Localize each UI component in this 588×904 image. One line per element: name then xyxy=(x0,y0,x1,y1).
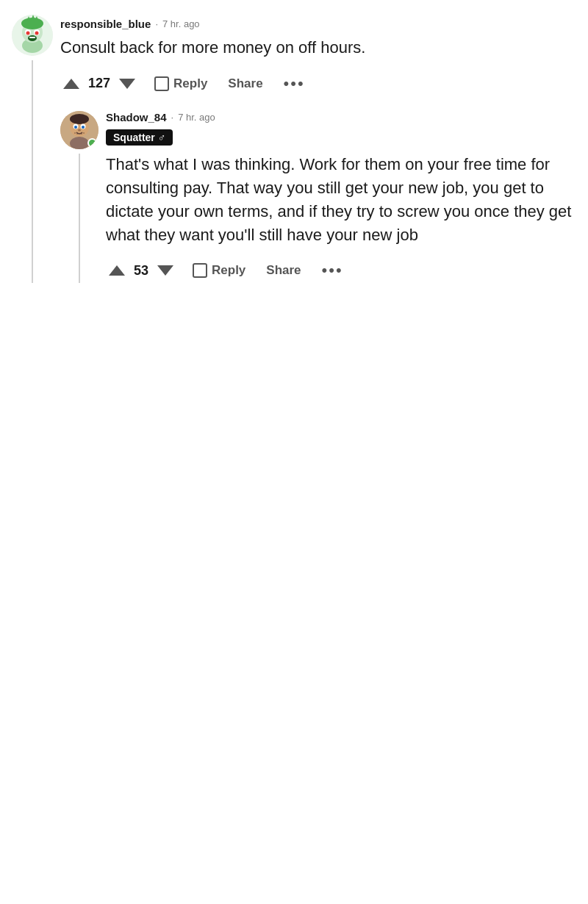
svg-point-23 xyxy=(76,133,78,134)
comment-2-votes: 53 xyxy=(106,262,176,279)
comment-1-upvote-button[interactable] xyxy=(60,76,82,92)
comment-1-text: Consult back for more money on off hours… xyxy=(60,36,576,60)
comment-2-share-button[interactable]: Share xyxy=(262,260,305,281)
thread-line-2 xyxy=(79,154,80,284)
comment-1-share-label: Share xyxy=(228,76,262,91)
comment-1-vote-count: 127 xyxy=(88,76,110,91)
svg-point-21 xyxy=(78,129,81,131)
comment-2: Shadow_84 · 7 hr. ago Squatter ♂ That's … xyxy=(60,111,576,284)
chat-bubble-icon xyxy=(154,76,169,91)
comment-2-timestamp: 7 hr. ago xyxy=(178,112,215,123)
comment-2-avatar-col xyxy=(60,111,98,284)
comment-1-reply-label: Reply xyxy=(173,76,207,91)
comment-2-reply-label: Reply xyxy=(212,263,245,278)
comment-2-downvote-button[interactable] xyxy=(154,262,176,279)
comment-1-more-label: ••• xyxy=(284,74,305,93)
comment-1-more-button[interactable]: ••• xyxy=(279,71,309,96)
comment-2-vote-count: 53 xyxy=(134,263,148,279)
comment-1-dot: · xyxy=(155,18,158,29)
comment-2-header: Shadow_84 · 7 hr. ago xyxy=(106,111,576,123)
svg-point-22 xyxy=(74,132,76,134)
comment-1: responsible_blue · 7 hr. ago Consult bac… xyxy=(12,15,576,283)
comment-2-upvote-button[interactable] xyxy=(106,262,128,279)
downvote-arrow-icon xyxy=(119,79,135,89)
comment-2-content: Shadow_84 · 7 hr. ago Squatter ♂ That's … xyxy=(106,111,576,284)
comment-1-votes: 127 xyxy=(60,76,138,92)
chat-bubble-icon-2 xyxy=(193,263,207,278)
comment-2-more-label: ••• xyxy=(322,261,343,279)
comment-2-username[interactable]: Shadow_84 xyxy=(106,111,167,123)
comment-1-actions: 127 Reply Share ••• xyxy=(60,71,576,96)
flair-badge: Squatter ♂ xyxy=(106,129,173,146)
comment-1-avatar-col xyxy=(12,15,53,283)
upvote-arrow-icon xyxy=(63,79,79,89)
comment-2-actions: 53 Reply Share ••• xyxy=(106,258,576,283)
comment-1-content: responsible_blue · 7 hr. ago Consult bac… xyxy=(60,15,576,283)
comment-1-downvote-button[interactable] xyxy=(116,76,138,92)
svg-point-16 xyxy=(70,114,89,124)
comment-1-reply-button[interactable]: Reply xyxy=(150,73,212,94)
svg-point-20 xyxy=(82,126,85,129)
online-indicator xyxy=(87,138,97,148)
comment-2-share-label: Share xyxy=(266,263,301,278)
upvote-arrow-icon-2 xyxy=(109,265,125,276)
avatar-shadow-84 xyxy=(60,111,98,149)
comment-2-text: That's what I was thinking. Work for the… xyxy=(106,153,576,247)
downvote-arrow-icon-2 xyxy=(157,265,173,276)
svg-point-24 xyxy=(81,133,82,134)
avatar-responsible-blue xyxy=(12,15,53,56)
svg-point-10 xyxy=(35,32,39,35)
comment-2-reply-button[interactable]: Reply xyxy=(188,260,250,281)
comment-1-share-button[interactable]: Share xyxy=(223,73,267,94)
svg-rect-12 xyxy=(29,37,35,38)
thread-line-1 xyxy=(32,60,33,283)
comment-2-dot: · xyxy=(171,112,174,123)
comment-2-more-button[interactable]: ••• xyxy=(318,258,348,283)
comment-1-timestamp: 7 hr. ago xyxy=(162,18,200,29)
flair-text: Squatter ♂ xyxy=(113,132,165,143)
svg-point-9 xyxy=(26,32,30,35)
svg-point-25 xyxy=(83,132,85,134)
comment-1-header: responsible_blue · 7 hr. ago xyxy=(60,18,576,30)
svg-point-19 xyxy=(74,126,77,129)
comment-1-username[interactable]: responsible_blue xyxy=(60,18,151,30)
